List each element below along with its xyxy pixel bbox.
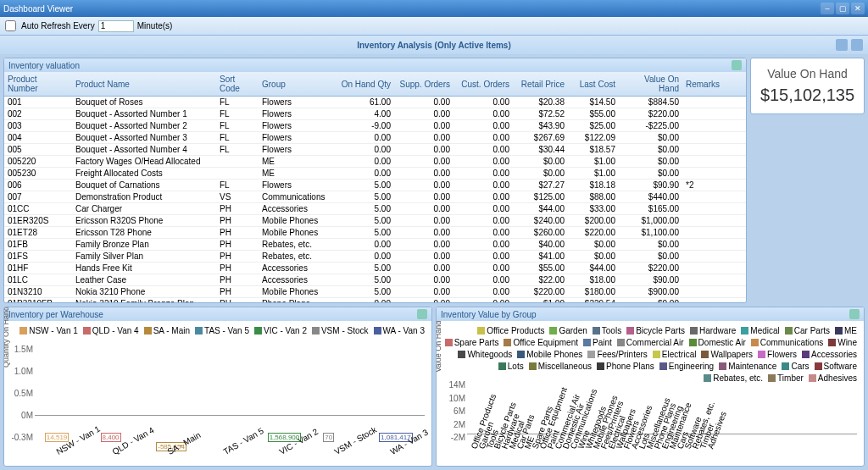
- voh-value: $15,102,135: [760, 86, 855, 105]
- column-header[interactable]: Remarks: [682, 72, 746, 97]
- table-row[interactable]: 005Bouquet - Assorted Number 4FLFlowers0…: [4, 144, 746, 156]
- y-axis-label: Value On Hand: [436, 320, 442, 372]
- column-header[interactable]: Sort Code: [216, 72, 259, 97]
- column-header[interactable]: Last Cost: [568, 72, 619, 97]
- table-row[interactable]: 01FBFamily Bronze PlanPHRebates, etc.0.0…: [4, 239, 746, 251]
- window-controls: – ▢ ✕: [821, 3, 865, 14]
- app-title: Dashboard Viewer: [3, 4, 73, 14]
- column-header[interactable]: Value On Hand: [619, 72, 682, 97]
- panel-export-icon[interactable]: [732, 60, 742, 70]
- inventory-valuation-panel: Inventory valuation Product NumberProduc…: [3, 58, 747, 303]
- column-header[interactable]: Supp. Orders: [394, 72, 453, 97]
- column-header[interactable]: Group: [259, 72, 335, 97]
- table-row[interactable]: 006Bouquet of CarnationsFLFlowers5.000.0…: [4, 180, 746, 191]
- table-row[interactable]: 01ER320SEricsson R320S PhonePHMobile Pho…: [4, 215, 746, 227]
- voh-label: Value On Hand: [760, 67, 855, 80]
- table-row[interactable]: 002Bouquet - Assorted Number 1FLFlowers4…: [4, 108, 746, 120]
- table-row[interactable]: 01LCLeather CasePHAccessories5.000.000.0…: [4, 274, 746, 286]
- table-row[interactable]: 01HFHands Free KitPHAccessories5.000.000…: [4, 263, 746, 274]
- table-row[interactable]: 01FSFamily Silver PlanPHRebates, etc.0.0…: [4, 251, 746, 263]
- refresh-unit-label: Minute(s): [137, 21, 173, 30]
- table-row[interactable]: 01N3210Nokia 3210 PhonePHMobile Phones5.…: [4, 286, 746, 298]
- column-header[interactable]: Cust. Orders: [453, 72, 513, 97]
- window-titlebar: Dashboard Viewer – ▢ ✕: [0, 0, 868, 17]
- value-on-hand-card: Value On Hand $15,102,135: [750, 58, 865, 114]
- column-header[interactable]: Retail Price: [513, 72, 568, 97]
- table-row[interactable]: 003Bouquet - Assorted Number 2FLFlowers-…: [4, 120, 746, 132]
- page-title-bar: Inventory Analysis (Only Active Items): [0, 36, 868, 54]
- refresh-interval-input[interactable]: [98, 20, 134, 32]
- panel-title: Inventory per Warehouse: [8, 310, 103, 319]
- export-icon[interactable]: [851, 39, 863, 51]
- toolbar: Auto Refresh Every Minute(s): [0, 17, 868, 36]
- panel-title: Inventory Value by Group: [441, 310, 537, 319]
- table-row[interactable]: 004Bouquet - Assorted Number 3FLFlowers0…: [4, 132, 746, 144]
- panel-export-icon[interactable]: [849, 309, 860, 319]
- table-row[interactable]: 005220Factory Wages O/Head AllocatedME0.…: [4, 156, 746, 168]
- inventory-value-by-group-panel: Inventory Value by Group Office Products…: [436, 307, 865, 467]
- maximize-button[interactable]: ▢: [836, 3, 849, 14]
- table-row[interactable]: 01CCCar ChargerPHAccessories5.000.000.00…: [4, 203, 746, 215]
- group-chart: Office ProductsGardenToolsBicycle PartsH…: [437, 321, 864, 466]
- auto-refresh-checkbox[interactable]: [5, 20, 16, 31]
- auto-refresh-label: Auto Refresh Every: [21, 21, 95, 30]
- report-icon[interactable]: [836, 39, 848, 51]
- table-row[interactable]: 005230Freight Allocated CostsME0.000.000…: [4, 168, 746, 180]
- y-axis-label: Quantity On Hand: [3, 307, 10, 367]
- warehouse-chart: NSW - Van 1QLD - Van 4SA - MainTAS - Van…: [4, 321, 431, 466]
- table-row[interactable]: 007Demonstration ProductVSCommunications…: [4, 191, 746, 203]
- column-header[interactable]: On Hand Qty: [335, 72, 394, 97]
- inventory-grid[interactable]: Product NumberProduct NameSort CodeGroup…: [4, 72, 746, 302]
- column-header[interactable]: Product Number: [4, 72, 72, 97]
- page-title: Inventory Analysis (Only Active Items): [357, 41, 511, 50]
- inventory-per-warehouse-panel: Inventory per Warehouse NSW - Van 1QLD -…: [3, 307, 432, 467]
- panel-title: Inventory valuation: [8, 61, 80, 70]
- table-row[interactable]: 01P3210FB - KitNokia 3210 Family Bronze …: [4, 298, 746, 303]
- close-button[interactable]: ✕: [851, 3, 865, 14]
- minimize-button[interactable]: –: [821, 3, 834, 14]
- table-row[interactable]: 01ET28Ericsson T28 PhonePHMobile Phones5…: [4, 227, 746, 239]
- table-row[interactable]: 001Bouquet of RosesFLFlowers61.000.000.0…: [4, 97, 746, 108]
- column-header[interactable]: Product Name: [72, 72, 216, 97]
- panel-export-icon[interactable]: [417, 309, 427, 319]
